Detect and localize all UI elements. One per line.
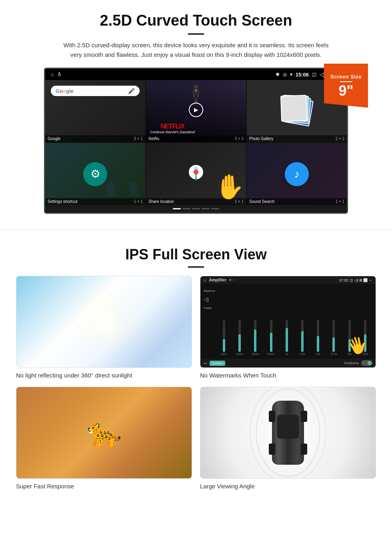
badge-size: 9" [338,84,353,98]
eq-bar-col-0: 60hz [217,320,231,355]
settings-tile-label: Settings shortcut 1 × 1 [45,198,145,205]
gallery-app-size: 2 × 2 [335,136,344,141]
loudness-toggle[interactable] [361,360,372,366]
settings-ghost-icons: 👤 👤 [103,182,141,197]
dot-5 [211,208,219,209]
section1-description: With 2.5D curved-display screen, this de… [60,40,332,60]
netflix-tile-label: Netflix 3 × 2 [146,135,246,142]
camera-icon: ◫ [312,72,316,77]
android-screen: ⌂ ♁ ✱ ◎ ▾ 15:06 ◫ ◁) ⊠ ⬜ [44,68,348,214]
dot-4 [202,208,210,209]
eq-label-3: 500hz [267,353,275,355]
section2-title: IPS Full Screen View [16,246,376,263]
eq-track-0[interactable] [223,320,225,352]
sun-core [98,316,110,328]
section-divider-line [0,230,392,230]
sound-tile-label: Sound Search 1 × 1 [247,198,347,205]
sunlight-visual [16,276,192,367]
amp-home-icon: ⌂ [204,278,206,282]
amp-menu-icon: ≡ ··· [230,278,235,282]
eq-bar-col-5: 2.5k [295,320,310,355]
app-tile-google[interactable]: Google 🎤 Google 3 × 1 [45,80,145,142]
eq-track-3[interactable] [270,320,272,352]
ghost-person-icon2: 👤 [125,182,141,197]
eq-fill-1 [238,334,241,352]
amp-volume-icon: ◁) [204,297,215,302]
amp-left-labels: Balance ◁) Fader [204,287,215,355]
feature-watermarks: ⌂ Amplifier ≡ ··· 17:33 ◫ ◁) ⊠ ⬜ ← Balan… [200,276,376,379]
eq-track-1[interactable] [238,320,241,352]
loudness-label: loudness [344,361,359,365]
car-wheel-fr [301,411,307,422]
eq-track-4[interactable] [286,320,288,352]
usb-icon: ♁ [58,72,61,77]
sunlight-image [16,276,192,368]
badge-divider [340,81,352,82]
netflix-logo: NETFLIX [150,123,195,130]
app-tile-sound[interactable]: ♪ Sound Search 1 × 1 [247,143,347,205]
amp-body: Balance ◁) Fader 60hz100hz200hz500hz1k2.… [200,284,376,359]
play-button[interactable]: ▶ [189,102,203,117]
feature-sunlight: No light reflecting under 360° direct su… [16,276,192,379]
section-ips-full: IPS Full Screen View No light reflecting… [0,238,392,502]
google-search-bar[interactable]: Google 🎤 [51,86,140,96]
sunlight-label: No light reflecting under 360° direct su… [16,372,192,379]
eq-label-1: 100hz [236,353,244,355]
amp-title: Amplifier [209,278,226,282]
viewing-angle-label: Large Viewing Angle [200,483,376,490]
watermarks-label: No Watermarks When Touch [200,372,376,379]
sound-app-size: 1 × 1 [335,199,344,204]
screen-size-badge: Screen Size 9" [324,64,368,108]
app-tile-settings[interactable]: 👤 👤 ⚙ Settings shortcut 1 × 1 [45,143,145,205]
sound-app-name: Sound Search [249,199,274,204]
location-icon: ◎ [283,72,287,77]
eq-fill-2 [254,329,256,352]
car-visual: ▲ [200,387,376,478]
status-left: ⌂ ♁ [51,72,61,77]
app-tile-netflix[interactable]: 🕴 ▶ NETFLIX Continue Marvel's Daredevil … [146,80,246,142]
hand-pointing-icon: 🤚 [214,173,244,201]
section-curved-touch: 2.5D Curved Touch Screen With 2.5D curve… [0,0,392,222]
eq-track-5[interactable] [301,320,304,352]
eq-fill-5 [301,331,304,352]
eq-label-7: 12.5k [330,353,337,355]
eq-fill-4 [286,328,288,352]
eq-label-4: 1k [285,353,288,355]
photo-card-4 [280,94,307,121]
status-bar: ⌂ ♁ ✱ ◎ ▾ 15:06 ◫ ◁) ⊠ ⬜ [45,69,347,80]
amp-icons: ◫ ◁) ⊠ ⬜ ← [350,278,372,282]
eq-fill-0 [223,339,225,352]
eq-track-7[interactable] [332,320,335,352]
car-body [272,401,304,465]
amp-fader-label: Fader [204,306,215,310]
google-logo: Google [56,88,74,94]
ghost-person-icon: 👤 [103,182,119,197]
eq-label-5: 2.5k [300,353,305,355]
badge-title: Screen Size [330,74,362,80]
dot-2 [182,208,190,209]
dot-1 [173,208,181,209]
wifi-icon: ▾ [290,72,292,77]
app-tile-share[interactable]: G 🤚 Share location 1 × 1 [146,143,246,205]
eq-track-2[interactable] [254,320,256,352]
google-tile-label: Google 3 × 1 [45,135,145,142]
photo-stack: 🌸 [281,95,313,127]
eq-label-6: 10k [316,353,320,355]
eq-fill-6 [317,336,319,352]
car-body-wrap: ▲ [264,397,312,469]
amp-topbar: ⌂ Amplifier ≡ ··· 17:33 ◫ ◁) ⊠ ⬜ ← [200,276,376,284]
section2-divider [188,266,204,268]
home-icon: ⌂ [51,72,54,77]
custom-btn[interactable]: Custom [210,361,226,366]
eq-track-6[interactable] [317,320,319,352]
fast-response-label: Super Fast Response [16,483,192,490]
google-app-size: 3 × 1 [134,136,143,141]
car-wheel-rl [269,444,275,455]
car-wheel-fl [269,411,275,422]
cheetah-image: 🐆 [16,387,192,479]
sound-icon: ♪ [285,162,309,186]
eq-bar-col-2: 200hz [248,320,262,355]
feature-grid: No light reflecting under 360° direct su… [16,276,376,490]
amplifier-visual: ⌂ Amplifier ≡ ··· 17:33 ◫ ◁) ⊠ ⬜ ← Balan… [200,276,376,367]
amp-bottom: «‹ Custom loudness [200,359,376,367]
